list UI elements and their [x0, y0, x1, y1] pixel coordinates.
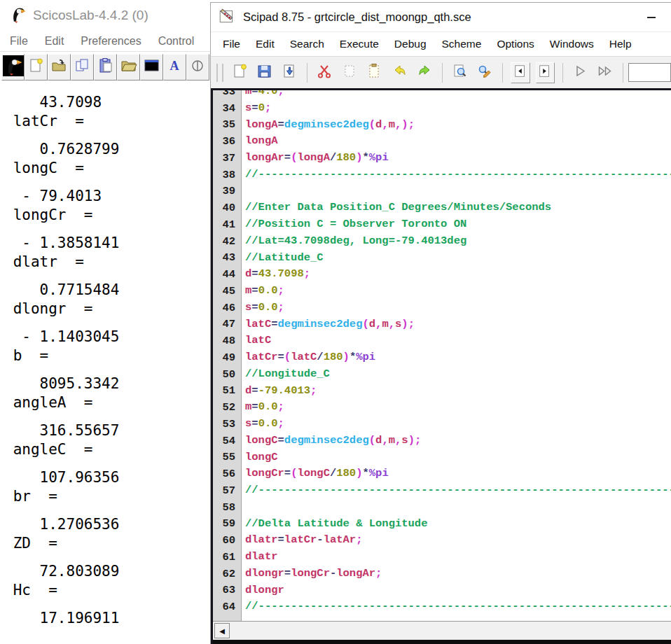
redo-button[interactable]: [415, 62, 434, 83]
new-file-icon: [28, 57, 45, 77]
toolbar-separator: [502, 63, 503, 83]
code-text: s=0.0;: [241, 300, 284, 316]
code-line[interactable]: 46s=0.0;: [213, 300, 671, 316]
open-file-button[interactable]: [48, 54, 71, 80]
line-number: 49: [213, 351, 241, 364]
scicoslab-menu-preferences[interactable]: Preferences: [72, 35, 149, 48]
code-line[interactable]: 47latC=degminsec2deg(d,m,s);: [213, 316, 671, 333]
svg-text:A: A: [170, 59, 179, 73]
code-line[interactable]: 49latCr=(latC/180)*%pi: [213, 349, 671, 366]
scipad-menu-help[interactable]: Help: [602, 38, 639, 50]
code-line[interactable]: 53s=0.0;: [213, 416, 671, 433]
code-line[interactable]: 37longAr=(longA/180)*%pi: [213, 150, 671, 167]
prev-buffer-button[interactable]: [511, 62, 530, 83]
desktop: { "scicoslab": { "title": "ScicosLab-4.4…: [0, 0, 671, 644]
code-line[interactable]: 42//Lat=43.7098deg, Long=-79.4013deg: [213, 233, 671, 250]
next-buffer-icon: [537, 64, 553, 82]
scipad-menu-file[interactable]: File: [215, 38, 248, 50]
line-number: 44: [213, 268, 241, 281]
scipad-window: Scipad 8.75 - grtcircle_dist_moongp_qth.…: [210, 2, 671, 644]
undo-button[interactable]: [390, 62, 410, 83]
run-all-button[interactable]: [596, 62, 616, 83]
text-a-button[interactable]: A: [163, 54, 186, 80]
scipad-titlebar[interactable]: Scipad 8.75 - grtcircle_dist_moongp_qth.…: [211, 3, 671, 32]
run-all-icon: [597, 63, 614, 83]
code-line[interactable]: 48latC: [213, 332, 671, 349]
new-file-button[interactable]: [25, 54, 48, 80]
line-number: 51: [213, 384, 241, 397]
line-number: 43: [213, 251, 241, 264]
code-line[interactable]: 38//------------------------------------…: [213, 167, 671, 183]
code-line[interactable]: 41//Position C = Observer Toronto ON: [213, 216, 671, 233]
window-bottom-edge: [213, 640, 671, 644]
code-line[interactable]: 54longC=degminsec2deg(d,m,s);: [213, 433, 671, 449]
scicoslab-menu-edit[interactable]: Edit: [36, 35, 73, 48]
code-line[interactable]: 62dlongr=longCr-longAr;: [213, 566, 671, 582]
console-button[interactable]: [140, 54, 163, 80]
code-text: s=0.0;: [241, 416, 284, 433]
scipad-menu-options[interactable]: Options: [489, 38, 541, 50]
open-folder-button[interactable]: [117, 54, 140, 80]
line-number: 63: [213, 584, 241, 596]
toolbar-entry[interactable]: [628, 63, 671, 82]
code-line[interactable]: 58: [213, 499, 671, 516]
scipad-menu-debug[interactable]: Debug: [387, 38, 434, 50]
code-line[interactable]: 52m=0.0;: [213, 399, 671, 416]
code-editor[interactable]: 33m=4.0;34s=0;35longA=degminsec2deg(d,m,…: [213, 90, 671, 621]
save-file-button[interactable]: [255, 62, 275, 83]
import-file-icon: [282, 63, 298, 83]
import-file-button[interactable]: [280, 62, 300, 83]
globe-button[interactable]: [186, 54, 209, 80]
run-button[interactable]: [571, 62, 590, 83]
find-replace-button[interactable]: [476, 62, 495, 83]
code-line[interactable]: 35longA=degminsec2deg(d,m,);: [213, 117, 671, 134]
cut-button[interactable]: [315, 62, 335, 83]
code-line[interactable]: 50//Longitude_C: [213, 366, 671, 383]
scipad-menu-execute[interactable]: Execute: [332, 38, 387, 50]
scicoslab-menu-file[interactable]: File: [1, 35, 36, 48]
copy-page-button[interactable]: [340, 62, 360, 83]
line-number: 64: [213, 601, 241, 613]
code-line[interactable]: 59//Delta Latitude & Longitude: [213, 516, 671, 533]
console-icon: [144, 57, 160, 77]
code-line[interactable]: 33m=4.0;: [213, 90, 671, 100]
scicoslab-logo-icon: [3, 55, 24, 79]
paste-button[interactable]: [94, 54, 117, 80]
horizontal-scrollbar[interactable]: ◀: [213, 621, 671, 640]
code-line[interactable]: 45m=0.0;: [213, 283, 671, 300]
code-line[interactable]: 60dlatr=latCr-latAr;: [213, 532, 671, 549]
code-text: //Lat=43.7098deg, Long=-79.4013deg: [241, 233, 466, 250]
code-text: dlatr: [241, 549, 278, 566]
scicoslab-menu-control[interactable]: Control: [150, 35, 203, 48]
code-line[interactable]: 34s=0;: [213, 100, 671, 117]
scicoslab-logo-icon: [8, 5, 27, 27]
code-line[interactable]: 63dlongr: [213, 582, 671, 599]
code-line[interactable]: 55longC: [213, 449, 671, 466]
code-line[interactable]: 64//------------------------------------…: [213, 598, 671, 615]
code-text: latCr=(latC/180)*%pi: [241, 349, 375, 366]
code-line[interactable]: 57//------------------------------------…: [213, 482, 671, 499]
copy-button[interactable]: [71, 54, 94, 80]
next-buffer-button[interactable]: [536, 62, 555, 83]
minimize-button[interactable]: [647, 17, 656, 18]
toolbar-separator: [623, 63, 623, 83]
new-file-button[interactable]: [230, 62, 250, 83]
line-number: 42: [213, 235, 241, 248]
code-line[interactable]: 56longCr=(longC/180)*%pi: [213, 465, 671, 482]
paste-page-button[interactable]: [365, 62, 385, 83]
code-line[interactable]: 36longA: [213, 133, 671, 150]
code-line[interactable]: 39: [213, 183, 671, 200]
scipad-menu-windows[interactable]: Windows: [542, 38, 602, 50]
scipad-menu-search[interactable]: Search: [282, 38, 332, 50]
code-line[interactable]: 43//Latitude_C: [213, 250, 671, 267]
scipad-menu-edit[interactable]: Edit: [248, 38, 282, 50]
scroll-left-button[interactable]: ◀: [214, 623, 230, 638]
code-line[interactable]: 51d=-79.4013;: [213, 383, 671, 400]
code-line[interactable]: 44d=43.7098;: [213, 266, 671, 283]
toolbar-grip[interactable]: [216, 64, 223, 82]
code-line[interactable]: 61dlatr: [213, 549, 671, 566]
scipad-menu-scheme[interactable]: Scheme: [434, 38, 490, 50]
scicoslab-logo-button[interactable]: [1, 54, 25, 80]
code-line[interactable]: 40//Enter Data Position_C Degrees/Minute…: [213, 200, 671, 216]
find-button[interactable]: [450, 62, 470, 83]
